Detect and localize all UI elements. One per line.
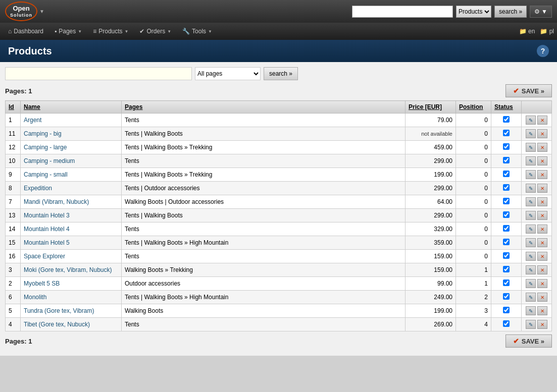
pages-label-top: Pages: (5, 87, 27, 95)
nav-item-products[interactable]: ≡ Products ▼ (88, 26, 133, 37)
status-checkbox[interactable] (503, 171, 510, 177)
cell-price: 199.00 (406, 304, 456, 318)
edit-icon[interactable]: ✎ (526, 211, 536, 220)
edit-icon[interactable]: ✎ (526, 129, 536, 138)
col-header-name[interactable]: Name (21, 101, 122, 114)
status-checkbox[interactable] (503, 198, 510, 204)
product-name-link[interactable]: Mountain Hotel 3 (24, 212, 70, 219)
product-name-link[interactable]: Camping - medium (24, 157, 75, 164)
filter-pages-select[interactable]: All pages (195, 67, 261, 80)
col-header-price[interactable]: Price [EUR] (406, 101, 456, 114)
status-checkbox[interactable] (503, 116, 510, 123)
status-checkbox[interactable] (503, 184, 510, 191)
logo-dropdown-arrow[interactable]: ▼ (39, 9, 44, 14)
col-header-pages[interactable]: Pages (122, 101, 406, 114)
edit-icon[interactable]: ✎ (526, 197, 536, 206)
status-checkbox[interactable] (503, 266, 510, 272)
save-button-bottom[interactable]: ✔ SAVE » (505, 334, 552, 348)
product-name-link[interactable]: Myobelt 5 SB (24, 280, 60, 287)
col-header-id[interactable]: Id (6, 101, 21, 114)
status-checkbox[interactable] (503, 293, 510, 300)
edit-icon[interactable]: ✎ (526, 293, 536, 302)
edit-icon[interactable]: ✎ (526, 265, 536, 274)
status-checkbox[interactable] (503, 320, 510, 327)
cell-status (491, 141, 522, 154)
edit-icon[interactable]: ✎ (526, 320, 536, 329)
status-checkbox[interactable] (503, 279, 510, 286)
cell-position: 4 (456, 318, 491, 331)
status-checkbox[interactable] (503, 252, 510, 259)
nav-item-pages[interactable]: ▪ Pages ▼ (49, 26, 87, 37)
status-checkbox[interactable] (503, 130, 510, 136)
lang-en-item[interactable]: 📁 en (519, 28, 535, 35)
delete-icon[interactable]: ✕ (537, 129, 547, 138)
product-name-link[interactable]: Camping - small (24, 171, 68, 178)
col-header-status[interactable]: Status (491, 101, 522, 114)
product-name-link[interactable]: Mountain Hotel 4 (24, 226, 70, 233)
delete-icon[interactable]: ✕ (537, 184, 547, 193)
delete-icon[interactable]: ✕ (537, 293, 547, 302)
nav-item-orders[interactable]: ✔ Orders ▼ (134, 26, 176, 37)
product-name-link[interactable]: Camping - large (24, 144, 67, 151)
delete-icon[interactable]: ✕ (537, 170, 547, 179)
status-checkbox[interactable] (503, 211, 510, 218)
edit-icon[interactable]: ✎ (526, 156, 536, 165)
delete-icon[interactable]: ✕ (537, 156, 547, 165)
product-name-link[interactable]: Argent (24, 117, 41, 124)
product-name-link[interactable]: Tundra (Gore tex, Vibram) (24, 307, 94, 314)
product-name-link[interactable]: Tibet (Gore tex, Nubuck) (24, 321, 90, 328)
delete-icon[interactable]: ✕ (537, 252, 547, 261)
edit-icon[interactable]: ✎ (526, 279, 536, 288)
gear-button[interactable]: ⚙ ▼ (530, 6, 552, 18)
cell-position: 0 (456, 168, 491, 182)
filter-search-button[interactable]: search » (264, 67, 298, 80)
edit-icon[interactable]: ✎ (526, 252, 536, 261)
save-button-top[interactable]: ✔ SAVE » (505, 84, 552, 97)
cell-status (491, 114, 522, 127)
status-checkbox[interactable] (503, 239, 510, 245)
status-checkbox[interactable] (503, 143, 510, 150)
product-name-link[interactable]: Mandi (Vibram, Nubuck) (24, 198, 89, 205)
delete-icon[interactable]: ✕ (537, 211, 547, 220)
col-header-position[interactable]: Position (456, 101, 491, 114)
cell-position: 0 (456, 222, 491, 236)
help-button[interactable]: ? (537, 45, 549, 57)
edit-icon[interactable]: ✎ (526, 238, 536, 247)
edit-icon[interactable]: ✎ (526, 225, 536, 234)
nav-item-dashboard[interactable]: ⌂ Dashboard (3, 26, 48, 37)
delete-icon[interactable]: ✕ (537, 306, 547, 315)
cell-actions: ✎ ✕ (522, 250, 552, 263)
delete-icon[interactable]: ✕ (537, 143, 547, 152)
edit-icon[interactable]: ✎ (526, 306, 536, 315)
delete-icon[interactable]: ✕ (537, 225, 547, 234)
edit-icon[interactable]: ✎ (526, 143, 536, 152)
delete-icon[interactable]: ✕ (537, 116, 547, 125)
status-checkbox[interactable] (503, 307, 510, 313)
filter-search-input[interactable] (5, 67, 192, 80)
search-button-top[interactable]: search » (494, 6, 527, 18)
product-name-link[interactable]: Moki (Gore tex, Vibram, Nubuck) (24, 266, 112, 273)
product-name-link[interactable]: Expedition (24, 185, 52, 192)
delete-icon[interactable]: ✕ (537, 265, 547, 274)
delete-icon[interactable]: ✕ (537, 238, 547, 247)
delete-icon[interactable]: ✕ (537, 279, 547, 288)
edit-icon[interactable]: ✎ (526, 170, 536, 179)
cell-name: Myobelt 5 SB (21, 277, 122, 291)
logo[interactable]: Open Solution (5, 2, 37, 21)
lang-pl-item[interactable]: 📁 pl (540, 28, 554, 35)
cell-pages: Tents | Walking Boots (122, 209, 406, 222)
search-category-select[interactable]: Products (456, 6, 491, 18)
delete-icon[interactable]: ✕ (537, 320, 547, 329)
status-checkbox[interactable] (503, 157, 510, 163)
delete-icon[interactable]: ✕ (537, 197, 547, 206)
status-checkbox[interactable] (503, 225, 510, 232)
product-name-link[interactable]: Camping - big (24, 130, 62, 137)
product-name-link[interactable]: Monolith (24, 294, 46, 301)
edit-icon[interactable]: ✎ (526, 116, 536, 125)
cell-pages: Tents (122, 250, 406, 263)
product-name-link[interactable]: Space Explorer (24, 253, 65, 260)
search-input-top[interactable] (352, 6, 453, 18)
nav-item-tools[interactable]: 🔧 Tools ▼ (177, 26, 217, 37)
edit-icon[interactable]: ✎ (526, 184, 536, 193)
product-name-link[interactable]: Mountain Hotel 5 (24, 239, 70, 246)
